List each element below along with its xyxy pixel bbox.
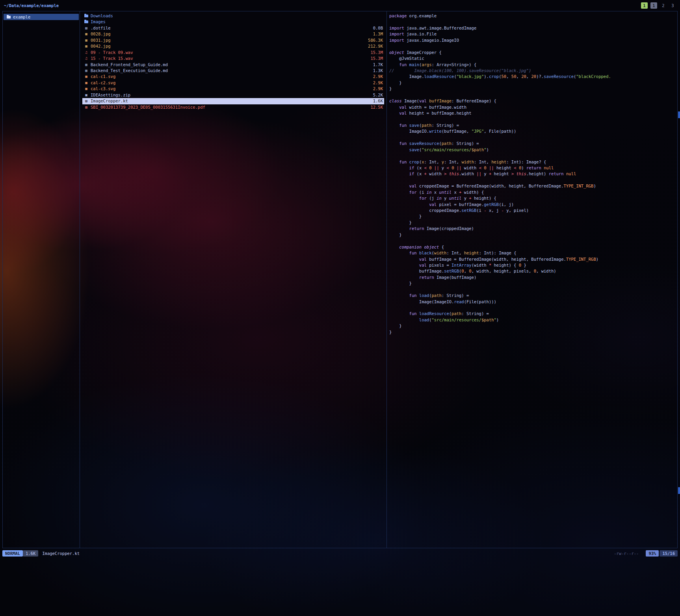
code-line: val croppedImage = BufferedImage(width, …: [389, 183, 677, 189]
file-size: 12.5K: [370, 104, 383, 110]
file-row[interactable]: ▦0042.jpg212.9K: [82, 43, 384, 49]
parent-dir-label: example: [13, 14, 30, 20]
file-row[interactable]: ▦cal-c1.svg2.9K: [82, 74, 384, 80]
code-line: val pixels = IntArray(width * height) { …: [389, 262, 677, 268]
file-row[interactable]: ▣IDEAsettings.zip5.2K: [82, 92, 384, 98]
file-size-badge: 1.6K: [23, 550, 38, 557]
file-name: .dotfile: [91, 25, 370, 31]
file-size: 1.7K: [373, 62, 383, 68]
code-line: [389, 177, 677, 183]
file-name: Images: [91, 19, 380, 25]
tab-bar: 1123: [638, 2, 676, 9]
code-line: [389, 92, 677, 98]
file-row[interactable]: ▥Backend_Test_Execution_Guide.md1.3K: [82, 68, 384, 74]
image-icon: ▦: [84, 37, 89, 43]
code-line: [389, 305, 677, 311]
code-line: }: [389, 329, 677, 335]
archive-icon: ▣: [84, 92, 89, 98]
tab-3-3[interactable]: 3: [669, 2, 676, 9]
code-line: companion object {: [389, 244, 677, 250]
markdown-icon: ▥: [84, 62, 89, 68]
code-line: fun saveResource(path: String) =: [389, 141, 677, 147]
code-line: @JvmStatic: [389, 56, 677, 61]
code-line: buffImage.setRGB(0, 0, width, height, pi…: [389, 268, 677, 274]
code-line: if (x < 0 || y < 0 || width < 0 || heigh…: [389, 165, 677, 171]
parent-dir-item[interactable]: example: [4, 14, 79, 20]
file-size: 5.2K: [373, 92, 383, 98]
code-line: Image.loadResource("black.jpg").crop(50,…: [389, 74, 677, 80]
code-line: import java.io.File: [389, 31, 677, 37]
file-row[interactable]: ▤.dotfile0.0B: [82, 25, 384, 31]
code-line: object ImageCropper {: [389, 50, 677, 56]
tab-1-1[interactable]: 1: [650, 2, 657, 9]
folder-icon: [84, 13, 89, 19]
code-line: val width = buffImage.width: [389, 104, 677, 110]
file-name: Downloads: [91, 13, 380, 19]
file-size: 2.9K: [373, 86, 383, 92]
file-row[interactable]: ▤ImageCropper.kt1.6K: [82, 98, 384, 104]
code-line: return Image(croppedImage): [389, 226, 677, 232]
code-line: croppedImage.setRGB(i - x, j - y, pixel): [389, 208, 677, 213]
image-icon: ▦: [84, 43, 89, 49]
code-line: [389, 116, 677, 122]
code-line: val height = buffImage.height: [389, 110, 677, 116]
file-row[interactable]: ▧SBI_0032013739_2023_DE05_0003155631Invo…: [82, 104, 384, 110]
file-size: 15.3M: [370, 50, 383, 56]
code-line: // Image.black(100, 100).saveResource("b…: [389, 68, 677, 74]
code-line: [389, 135, 677, 141]
kotlin-icon: ▤: [84, 98, 89, 104]
file-row[interactable]: ▦cal-c3.svg2.9K: [82, 86, 384, 92]
tab-1-0[interactable]: 1: [641, 2, 648, 9]
code-line: load("src/main/resources/$path"): [389, 317, 677, 323]
file-size: 2.9K: [373, 74, 383, 80]
code-line: save("src/main/resources/$path"): [389, 147, 677, 153]
file-row[interactable]: ▦cal-c2.svg2.9K: [82, 80, 384, 86]
audio-icon: ♫: [84, 56, 89, 61]
code-line: fun main(args: Array<String>) {: [389, 62, 677, 68]
file-size: 1.6K: [373, 98, 383, 104]
file-row[interactable]: ♫09 - Track 09.wav15.3M: [82, 50, 384, 56]
file-size: 212.9K: [368, 43, 383, 49]
code-line: [389, 287, 677, 293]
tab-2-2[interactable]: 2: [660, 2, 667, 9]
file-row[interactable]: ▦0028.jpg1.3M: [82, 31, 384, 37]
panes-window: example DownloadsImages▤.dotfile0.0B▦002…: [2, 11, 678, 548]
file-name: cal-c2.svg: [91, 80, 370, 86]
edge-accent: [678, 111, 680, 118]
file-permissions: -rw-r--r--: [614, 551, 639, 556]
image-icon: ▦: [84, 80, 89, 86]
file-row[interactable]: ▦0031.jpg586.3K: [82, 37, 384, 43]
file-size: 1.3M: [373, 31, 383, 37]
image-icon: ▦: [84, 31, 89, 37]
code-line: Image(ImageIO.read(File(path))): [389, 299, 677, 305]
file-name: ImageCropper.kt: [91, 98, 370, 104]
code-line: }: [389, 280, 677, 286]
file-icon: ▤: [84, 25, 89, 31]
file-list-pane[interactable]: DownloadsImages▤.dotfile0.0B▦0028.jpg1.3…: [80, 11, 387, 548]
code-line: [389, 238, 677, 244]
edge-accent: [678, 487, 680, 494]
file-name: 09 - Track 09.wav: [91, 50, 367, 56]
file-row[interactable]: ♫15 - Track 15.wav15.3M: [82, 56, 384, 61]
code-line: fun load(path: String) =: [389, 293, 677, 299]
file-name: Backend_Test_Execution_Guide.md: [91, 68, 370, 74]
file-preview-pane: package org.exampleimport java.awt.image…: [387, 11, 677, 548]
file-name: 0031.jpg: [91, 37, 365, 43]
folder-icon: [84, 19, 89, 25]
file-size: 2.9K: [373, 80, 383, 86]
file-row[interactable]: ▥Backend_Frontend_Setup_Guide.md1.7K: [82, 62, 384, 68]
terminal-screen: ~/Data/example/example 1123 example Down…: [0, 0, 680, 616]
file-row[interactable]: Downloads: [82, 13, 384, 19]
code-line: fun loadResource(path: String) =: [389, 311, 677, 317]
file-size: 1.3K: [373, 68, 383, 74]
code-line: [389, 153, 677, 159]
file-row[interactable]: Images: [82, 19, 384, 25]
pdf-icon: ▧: [84, 104, 89, 110]
audio-icon: ♫: [84, 50, 89, 56]
scroll-percent-badge: 93%: [646, 550, 659, 557]
status-bar: NORMAL 1.6K ImageCropper.kt -rw-r--r-- 9…: [2, 550, 678, 557]
code-line: val buffImage = BufferedImage(width, hei…: [389, 256, 677, 262]
folder-glyph: [7, 16, 11, 19]
code-line: }: [389, 323, 677, 329]
folder-glyph: [84, 15, 88, 17]
